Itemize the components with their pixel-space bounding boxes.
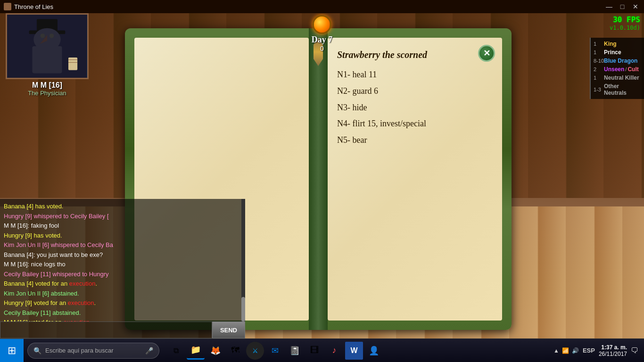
page-entry-3: N3- hide [337,101,493,115]
page-entry-4: N4- flirt 15, invest/special [337,117,493,131]
player-panel: M M [16] The Physician [0,13,94,117]
execution-text: execution [68,299,94,306]
notification-icon[interactable]: 🗨 [631,346,638,355]
taskbar-app-maps[interactable]: 🗺 [226,342,244,360]
role-name-blue-dragon: Blue Dragon [604,58,637,64]
execution-text: execution [63,319,90,321]
role-name-neutral-killer: Neutral Killer [604,74,639,81]
titlebar-title: Throne of Lies [14,3,604,10]
chat-line: Hungry [9] whispered to Cecily Bailey [ [4,212,241,221]
svg-rect-8 [68,58,77,70]
taskbar-language[interactable]: ESP [583,347,595,354]
clock-date: 26/11/2017 [599,351,627,357]
chat-line: M M [16] voted for an execution. [4,318,241,321]
page-entry-1: N1- heal 11 [337,68,493,82]
taskbar-app-user[interactable]: 👤 [365,342,383,360]
microphone-icon: 🎤 [145,347,153,354]
chat-line: Banana [4] voted for an execution. [4,279,241,288]
chat-scrollbar-thumb[interactable] [241,297,245,321]
taskbar-apps: ⧉ 📁 🦊 🗺 ⚔ ✉ 📓 🎞 ♪ W 👤 [167,342,383,360]
maximize-button[interactable]: □ [618,3,627,10]
page-entry-2: N2- guard 6 [337,84,493,98]
chat-line: Cecily Bailey [11] abstained. [4,308,241,318]
role-name-unseen: Unseen [604,66,624,73]
chat-line: Hungry [9] has voted. [4,231,241,240]
chat-send-button[interactable]: SEND [212,321,245,338]
chat-line: Kim Jon Un II [6] abstained. [4,289,241,298]
app-icon [4,3,11,10]
taskbar-app-game[interactable]: ⚔ [246,342,264,360]
taskbar-app-onenote[interactable]: 📓 [286,342,304,360]
day-orb [313,15,331,34]
svg-point-6 [41,33,45,38]
chat-line: Kim Jon Un II [6] whispered to Cecily Ba [4,240,241,250]
fps-display: 30 FPS [613,15,640,24]
taskbar-app-files[interactable]: 📁 [187,342,205,360]
clock-time: 1:37 a. m. [599,344,627,351]
system-clock: 1:37 a. m. 26/11/2017 [599,344,627,357]
titlebar-controls: — □ ✕ [604,3,640,10]
role-name-prince: Prince [604,49,621,56]
player-role: The Physician [0,90,94,97]
page-title: Strawberry the scorned [337,47,493,62]
chat-messages: Banana [4] has voted. Hungry [9] whisper… [0,199,245,321]
day-label: Day 7 [312,35,333,45]
svg-point-7 [50,33,54,38]
role-row-other-neutrals: 1-3 Other Neutrals [591,82,644,97]
close-button[interactable]: ✕ [631,3,640,10]
book-close-button[interactable]: ✕ [478,45,495,62]
book-page-right: ✕ Strawberry the scorned N1- heal 11 N2-… [328,38,502,321]
titlebar: Throne of Lies — □ ✕ [0,0,644,13]
search-placeholder-text: Escribe aquí para buscar [45,347,114,354]
fps-value: 30 FPS [613,15,640,24]
page-entry-5: N5- bear [337,133,493,147]
chat-input[interactable] [0,321,212,338]
taskbar-right: ▲ 📶 🔊 ESP 1:37 a. m. 26/11/2017 🗨 [553,344,644,357]
chat-line: M M [16]: faking fool [4,221,241,230]
tray-volume[interactable]: 🔊 [572,347,579,354]
role-row-prince: 1 Prince [591,48,644,57]
system-tray: ▲ 📶 🔊 [553,347,579,354]
taskbar-app-word[interactable]: W [345,342,363,360]
start-button[interactable]: ⊞ [0,339,24,362]
taskbar-app-task-view[interactable]: ⧉ [167,342,185,360]
tray-arrow[interactable]: ▲ [553,347,559,354]
player-name: M M [16] [0,81,94,90]
chat-input-row: SEND [0,321,245,338]
chat-line: Banana [4]: you just want to be exe? [4,250,241,260]
taskbar-search[interactable]: 🔍 Escribe aquí para buscar 🎤 [27,343,159,359]
taskbar-app-photos[interactable]: 🎞 [305,342,323,360]
search-icon: 🔍 [33,347,41,354]
book-spine [309,28,328,330]
version-display: v1.0.10d) [610,25,640,31]
page-content: Strawberry the scorned N1- heal 11 N2- g… [337,47,493,147]
chat-line: Hungry [9] voted for an execution. [4,298,241,308]
day-number: 0 [320,45,324,52]
role-row-neutral-killer: 1 Neutral Killer [591,74,644,82]
role-name-king: King [604,41,617,47]
chat-panel: Banana [4] has voted. Hungry [9] whisper… [0,199,245,338]
chat-line: Banana [4] has voted. [4,202,241,211]
taskbar-app-firefox[interactable]: 🦊 [206,342,224,360]
player-avatar [6,13,89,79]
tray-network: 📶 [562,347,569,354]
execution-text: execution [69,280,96,287]
chat-scrollbar[interactable] [241,199,245,321]
role-row-unseen: 2 Unseen / Cult [591,65,644,74]
taskbar-app-itunes[interactable]: ♪ [325,342,343,360]
avatar-illustration [7,15,87,78]
role-name-other-neutrals: Other Neutrals [604,83,641,96]
minimize-button[interactable]: — [604,3,614,10]
day-counter: Day 7 0 [312,15,333,52]
taskbar: ⊞ 🔍 Escribe aquí para buscar 🎤 ⧉ 📁 🦊 🗺 ⚔… [0,338,644,362]
role-row-blue-dragon: 8-10 Blue Dragon [591,57,644,65]
roles-panel: 1 King 1 Prince 8-10 Blue Dragon 2 Unsee… [590,38,644,99]
chat-line: Cecily Bailey [11] whispered to Hungry [4,270,241,279]
chat-line: M M [16]: nice logs tho [4,260,241,269]
role-row-king: 1 King [591,40,644,48]
role-name-cult: Cult [627,66,638,73]
taskbar-app-mail[interactable]: ✉ [266,342,284,360]
